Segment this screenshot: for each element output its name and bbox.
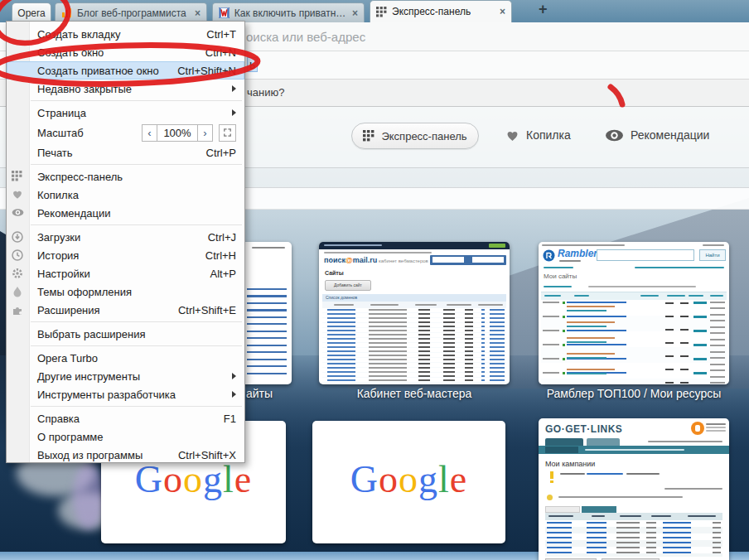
- menu-item-other-tools[interactable]: Другие инструменты: [7, 367, 244, 385]
- menu-item-help[interactable]: Справка F1: [7, 409, 244, 427]
- mail-logo-part: mail.ru: [353, 256, 378, 264]
- menu-item-shortcut: Ctrl+N: [205, 46, 236, 59]
- zoom-in-button[interactable]: ›: [197, 124, 213, 142]
- thumb-date-column: [369, 308, 407, 383]
- menu-item-new-tab[interactable]: Создать вкладку Ctrl+T: [7, 25, 244, 43]
- thumb-line: [626, 473, 660, 475]
- menu-item-label: Выход из программы: [37, 449, 143, 461]
- thumb-campaigns-heading: Мои кампании: [545, 460, 595, 468]
- menu-item-page[interactable]: Страница: [7, 104, 244, 122]
- opera-menu-button[interactable]: Opera: [12, 2, 51, 22]
- menu-item-about[interactable]: О программе: [7, 427, 244, 446]
- menu-separator: [7, 162, 244, 167]
- tab-close-icon[interactable]: ×: [195, 7, 201, 19]
- thumb-line: [558, 496, 683, 498]
- menu-item-label: Загрузки: [37, 231, 80, 244]
- thumb-line: [548, 515, 573, 517]
- dial-tile-webmaster-cabinet[interactable]: поиск@mail.ru кабинет вебмастеров Сайты …: [319, 242, 510, 384]
- opera-main-menu: Создать вкладку Ctrl+T Создать окно Ctrl…: [6, 21, 245, 463]
- tab-stash[interactable]: Копилка: [505, 128, 571, 142]
- thumb-text-column: [713, 520, 721, 557]
- dial-tile-gogetlinks[interactable]: GO·GET·LINKS Мои кампании: [539, 418, 729, 560]
- google-letter: e: [450, 458, 467, 500]
- thumb-line: [706, 423, 726, 425]
- menu-item-shortcut: Ctrl+Shift+X: [178, 449, 236, 461]
- rambler-logo-text: Rambler: [558, 248, 597, 259]
- menu-item-discover[interactable]: Рекомендации: [7, 204, 244, 222]
- menu-item-developer-tools[interactable]: Инструменты разработчика: [7, 385, 244, 403]
- tab-close-icon[interactable]: ×: [500, 6, 505, 17]
- tab-stash-label: Копилка: [526, 128, 571, 142]
- thumb-number-column: [443, 308, 455, 383]
- menu-item-speed-dial[interactable]: Экспресс-панель: [7, 167, 244, 186]
- menu-item-downloads[interactable]: Загрузки Ctrl+J: [7, 228, 244, 246]
- google-letter: l: [223, 458, 234, 500]
- thumb-green-button: [489, 244, 505, 248]
- google-letter: o: [163, 458, 183, 500]
- menu-item-label: Экспресс-панель: [37, 171, 123, 183]
- rambler-logo-icon: [543, 249, 555, 262]
- thumb-line: [688, 515, 716, 517]
- tab-speed-dial[interactable]: Экспресс-панель: [351, 123, 479, 149]
- warning-icon-dot: [550, 480, 553, 483]
- menu-item-get-extensions[interactable]: Выбрать расширения: [7, 325, 244, 343]
- dial-tile-google-2[interactable]: Google: [312, 421, 505, 543]
- dial-tile-rambler[interactable]: Rambler Найти Мои сайты: [539, 242, 729, 384]
- thumb-line: [415, 304, 437, 306]
- new-tab-button[interactable]: +: [539, 1, 548, 18]
- thumb-line: [478, 304, 503, 306]
- zoom-out-button[interactable]: ‹: [142, 124, 157, 142]
- tab-bar: Opera Блог веб-программиста × Как включи…: [0, 0, 749, 22]
- zoom-control: ‹ 100% ›: [142, 124, 236, 142]
- menu-item-new-window[interactable]: Создать окно Ctrl+N: [7, 43, 244, 61]
- menu-item-label: Создать приватное окно: [37, 65, 159, 77]
- menu-item-themes[interactable]: Темы оформления: [7, 282, 244, 301]
- bulb-icon: [547, 495, 553, 500]
- menu-item-label: Инструменты разработчика: [37, 389, 176, 401]
- menu-item-label: Масштаб: [37, 127, 84, 139]
- menu-item-recently-closed[interactable]: Недавно закрытые: [7, 80, 244, 98]
- menu-item-label: Недавно закрытые: [37, 83, 132, 95]
- clock-icon: [12, 249, 24, 262]
- menu-item-label: Настройки: [37, 268, 90, 280]
- google-logo: Google: [312, 457, 505, 501]
- thumb-number-column: [418, 308, 430, 383]
- thumb-line: [542, 244, 625, 246]
- menu-item-print[interactable]: Печать Ctrl+P: [7, 143, 244, 162]
- menu-item-settings[interactable]: Настройки Alt+P: [7, 264, 244, 282]
- warning-icon: [550, 471, 553, 479]
- tab-discover[interactable]: Рекомендации: [605, 128, 709, 142]
- thumb-nav-chip: [545, 447, 578, 453]
- menu-item-exit[interactable]: Выход из программы Ctrl+Shift+X: [7, 446, 244, 464]
- menu-item-shortcut: Ctrl+H: [205, 249, 236, 262]
- w-favicon: [219, 7, 230, 18]
- menu-item-history[interactable]: История Ctrl+H: [7, 246, 244, 264]
- thumb-line: [592, 515, 605, 517]
- gogetlinks-logo: GO·GET·LINKS: [545, 423, 622, 435]
- tab-blog[interactable]: Блог веб-программиста ×: [55, 2, 207, 22]
- tab-close-icon[interactable]: ×: [352, 7, 358, 19]
- thumb-line: [559, 260, 581, 262]
- fullscreen-icon: [222, 128, 233, 138]
- thumb-status-column: [710, 300, 725, 384]
- thumb-line: [651, 515, 671, 517]
- menu-item-label: Печать: [37, 147, 73, 159]
- google-letter: G: [350, 458, 379, 500]
- menu-item-stash[interactable]: Копилка: [7, 186, 244, 204]
- tab-speed-dial-page[interactable]: Экспресс-панель ×: [370, 0, 512, 22]
- thumb-date-column: [543, 300, 559, 384]
- fullscreen-button[interactable]: [219, 124, 236, 142]
- menu-item-new-private-window[interactable]: Создать приватное окно Ctrl+Shift+N: [7, 61, 244, 80]
- tab-label: Экспресс-панель: [392, 6, 471, 17]
- speed-dial-grid-icon: [376, 7, 387, 17]
- thumb-line: [703, 244, 724, 246]
- tab-private-howto[interactable]: Как включить приватный ×: [212, 2, 365, 22]
- menu-item-extensions[interactable]: Расширения Ctrl+Shift+E: [7, 301, 244, 319]
- thumb-filter-tab-active: [582, 506, 616, 513]
- menu-item-opera-turbo[interactable]: Opera Turbo: [7, 349, 244, 367]
- thumb-line: [252, 247, 285, 249]
- thumb-search-button: Найти: [699, 249, 726, 261]
- thumb-line: [689, 295, 703, 297]
- gear-icon: [12, 268, 24, 280]
- thumb-number-column: [665, 300, 674, 384]
